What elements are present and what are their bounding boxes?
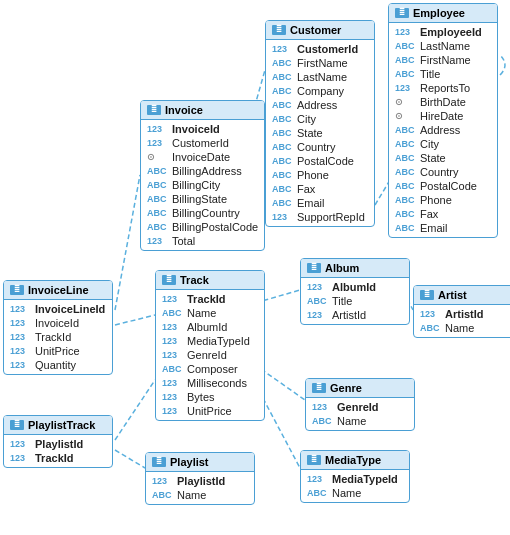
field-type-label: ABC xyxy=(272,100,294,110)
field-type-label: 123 xyxy=(10,453,32,463)
field-name-label: TrackId xyxy=(35,452,74,464)
svg-line-8 xyxy=(115,380,155,440)
field-name-label: Phone xyxy=(297,169,329,181)
table-title: InvoiceLine xyxy=(28,284,89,296)
table-header-playlisttrack: ≣PlaylistTrack xyxy=(4,416,112,435)
field-name-label: UnitPrice xyxy=(35,345,80,357)
field-type-label: ABC xyxy=(307,488,329,498)
field-name-label: ArtistId xyxy=(332,309,366,321)
field-name-label: SupportRepId xyxy=(297,211,365,223)
field-row: 123PlaylistId xyxy=(4,437,112,451)
svg-line-0 xyxy=(115,175,140,310)
field-type-label: ABC xyxy=(272,86,294,96)
table-title: Artist xyxy=(438,289,467,301)
table-body-mediatype: 123MediaTypeIdABCName xyxy=(301,470,409,502)
table-header-artist: ≣Artist xyxy=(414,286,510,305)
table-header-customer: ≣Customer xyxy=(266,21,374,40)
field-row: 123InvoiceId xyxy=(141,122,264,136)
field-row: 123GenreId xyxy=(306,400,414,414)
field-row: 123PlaylistId xyxy=(146,474,254,488)
table-icon: ≣ xyxy=(420,290,434,300)
field-type-label: ABC xyxy=(272,58,294,68)
field-name-label: FirstName xyxy=(297,57,348,69)
field-type-label: 123 xyxy=(395,27,417,37)
table-title: Genre xyxy=(330,382,362,394)
field-name-label: ReportsTo xyxy=(420,82,470,94)
table-header-playlist: ≣Playlist xyxy=(146,453,254,472)
field-type-label: ABC xyxy=(312,416,334,426)
field-row: ABCCity xyxy=(389,137,497,151)
field-name-label: HireDate xyxy=(420,110,463,122)
table-header-mediatype: ≣MediaType xyxy=(301,451,409,470)
field-name-label: PostalCode xyxy=(297,155,354,167)
field-type-label: ABC xyxy=(272,184,294,194)
field-type-label: 123 xyxy=(312,402,334,412)
table-icon: ≣ xyxy=(10,285,24,295)
field-name-label: PlaylistId xyxy=(35,438,83,450)
field-name-label: BillingAddress xyxy=(172,165,242,177)
field-type-label: 123 xyxy=(10,360,32,370)
field-row: ABCName xyxy=(306,414,414,428)
field-row: 123SupportRepId xyxy=(266,210,374,224)
field-row: ABCBillingAddress xyxy=(141,164,264,178)
field-type-label: ABC xyxy=(395,153,417,163)
field-row: ABCEmail xyxy=(389,221,497,235)
field-row: ABCAddress xyxy=(266,98,374,112)
field-name-label: Quantity xyxy=(35,359,76,371)
svg-line-9 xyxy=(115,450,145,468)
field-type-label: 123 xyxy=(162,378,184,388)
field-row: ⊙HireDate xyxy=(389,109,497,123)
field-row: 123AlbumId xyxy=(301,280,409,294)
field-row: 123TrackId xyxy=(4,330,112,344)
erd-diagram: ≣InvoiceLine123InvoiceLineId123InvoiceId… xyxy=(0,0,510,535)
field-row: 123ArtistId xyxy=(301,308,409,322)
field-name-label: Company xyxy=(297,85,344,97)
field-row: ABCAddress xyxy=(389,123,497,137)
table-customer: ≣Customer123CustomerIdABCFirstNameABCLas… xyxy=(265,20,375,227)
field-type-label: 123 xyxy=(395,83,417,93)
field-name-label: Fax xyxy=(420,208,438,220)
field-name-label: BirthDate xyxy=(420,96,466,108)
field-row: ABCPostalCode xyxy=(266,154,374,168)
field-name-label: BillingPostalCode xyxy=(172,221,258,233)
field-type-label: ABC xyxy=(272,128,294,138)
table-header-album: ≣Album xyxy=(301,259,409,278)
table-body-playlisttrack: 123PlaylistId123TrackId xyxy=(4,435,112,467)
table-genre: ≣Genre123GenreIdABCName xyxy=(305,378,415,431)
field-row: ABCCountry xyxy=(389,165,497,179)
table-icon: ≣ xyxy=(307,455,321,465)
field-name-label: Address xyxy=(420,124,460,136)
field-row: ABCFirstName xyxy=(266,56,374,70)
field-type-label: 123 xyxy=(162,336,184,346)
field-type-label: ABC xyxy=(272,170,294,180)
field-type-label: ⊙ xyxy=(395,97,417,107)
table-title: Customer xyxy=(290,24,341,36)
field-type-label: 123 xyxy=(162,406,184,416)
field-type-label: ABC xyxy=(147,222,169,232)
field-type-label: 123 xyxy=(147,236,169,246)
table-album: ≣Album123AlbumIdABCTitle123ArtistId xyxy=(300,258,410,325)
field-row: ABCCity xyxy=(266,112,374,126)
table-title: Employee xyxy=(413,7,465,19)
field-type-label: ABC xyxy=(307,296,329,306)
field-type-label: ⊙ xyxy=(395,111,417,121)
field-name-label: Title xyxy=(332,295,352,307)
field-type-label: 123 xyxy=(10,332,32,342)
field-row: ABCTitle xyxy=(301,294,409,308)
field-name-label: City xyxy=(297,113,316,125)
field-row: ABCLastName xyxy=(266,70,374,84)
field-type-label: ABC xyxy=(395,167,417,177)
field-row: 123MediaTypeId xyxy=(156,334,264,348)
field-row: 123TrackId xyxy=(156,292,264,306)
field-row: ABCBillingCity xyxy=(141,178,264,192)
table-playlisttrack: ≣PlaylistTrack123PlaylistId123TrackId xyxy=(3,415,113,468)
table-header-track: ≣Track xyxy=(156,271,264,290)
field-row: ABCCountry xyxy=(266,140,374,154)
field-type-label: 123 xyxy=(272,212,294,222)
field-row: ABCFax xyxy=(266,182,374,196)
field-name-label: Composer xyxy=(187,363,238,375)
field-row: 123AlbumId xyxy=(156,320,264,334)
field-type-label: 123 xyxy=(162,392,184,402)
table-employee: ≣Employee123EmployeeIdABCLastNameABCFirs… xyxy=(388,3,498,238)
field-name-label: State xyxy=(297,127,323,139)
